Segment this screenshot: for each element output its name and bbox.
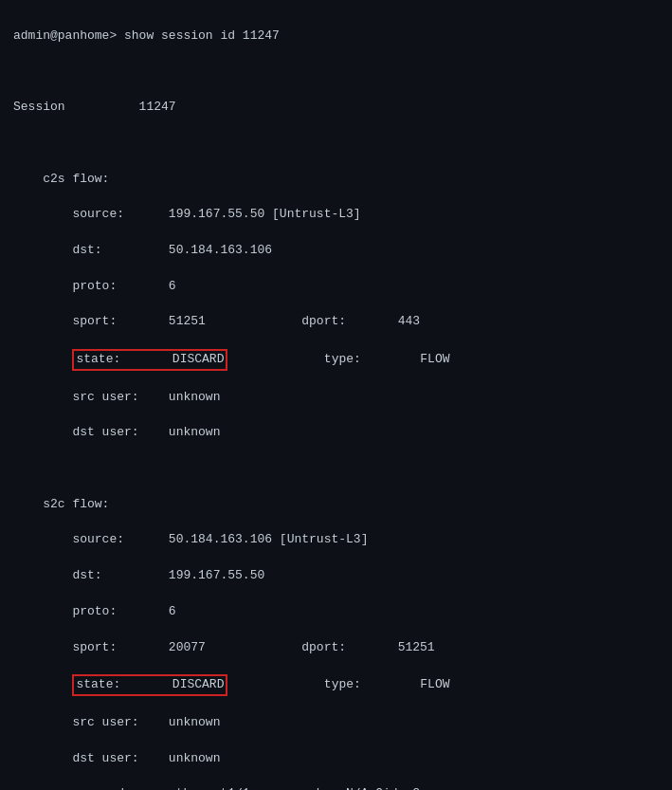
s2c-src-user: src user: unknown — [13, 714, 659, 732]
blank-line2 — [13, 135, 659, 153]
blank-line3 — [13, 460, 659, 478]
c2s-src-user: src user: unknown — [13, 389, 659, 407]
c2s-source: source: 199.167.55.50 [Untrust-L3] — [13, 206, 659, 224]
blank-line — [13, 64, 659, 82]
s2c-qos-node: qos node: ethernet1/1, qos member N/A Qi… — [13, 785, 659, 790]
s2c-state-value: DISCARD — [173, 677, 225, 691]
s2c-flow-label: s2c flow: — [13, 496, 659, 514]
s2c-dst: dst: 199.167.55.50 — [13, 567, 659, 585]
c2s-dst: dst: 50.184.163.106 — [13, 242, 659, 260]
c2s-state-value: DISCARD — [173, 352, 225, 366]
c2s-flow-label: c2s flow: — [13, 171, 659, 189]
prompt-line: admin@panhome> show session id 11247 — [13, 28, 659, 46]
s2c-state-box: state: DISCARD — [72, 674, 227, 696]
c2s-state-box: state: DISCARD — [72, 349, 227, 371]
s2c-state-type: state: DISCARD type: FLOW — [13, 674, 659, 696]
c2s-sport-dport: sport: 51251 dport: 443 — [13, 313, 659, 331]
s2c-sport-dport: sport: 20077 dport: 51251 — [13, 639, 659, 657]
s2c-proto: proto: 6 — [13, 603, 659, 621]
s2c-source: source: 50.184.163.106 [Untrust-L3] — [13, 531, 659, 549]
s2c-dst-user: dst user: unknown — [13, 750, 659, 768]
c2s-dst-user: dst user: unknown — [13, 424, 659, 442]
terminal-output: admin@panhome> show session id 11247 Ses… — [13, 9, 659, 790]
c2s-state-type: state: DISCARD type: FLOW — [13, 349, 659, 371]
c2s-proto: proto: 6 — [13, 278, 659, 296]
session-id-line: Session 11247 — [13, 99, 659, 117]
